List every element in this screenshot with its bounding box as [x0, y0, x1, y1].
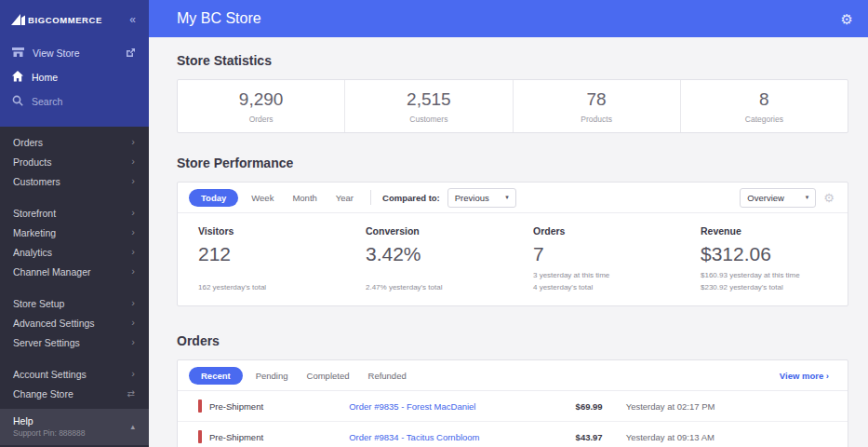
sidebar-item-change-store[interactable]: Change Store⇄	[0, 384, 149, 403]
sidebar-item-products[interactable]: Products›	[0, 152, 149, 171]
bigcommerce-logo[interactable]: BIGCOMMERCE	[11, 14, 102, 25]
orders-toolbar: Recent Pending Completed Refunded View m…	[178, 360, 848, 391]
stat-label: Orders	[249, 115, 274, 124]
metric-value: $312.06	[701, 243, 848, 265]
metric-value: 3.42%	[366, 243, 513, 265]
orders-section-title: Orders	[177, 333, 848, 348]
view-more-link[interactable]: View more ›	[780, 371, 829, 381]
tab-refunded[interactable]: Refunded	[363, 367, 412, 385]
settings-gear-icon[interactable]: ⚙︎	[841, 12, 853, 26]
view-select[interactable]: Overview ▾	[740, 188, 816, 208]
change-store-icon: ⇄	[127, 388, 135, 399]
order-amount: $43.97	[576, 432, 626, 442]
metric-visitors: Visitors 212 162 yesterday's total	[178, 225, 345, 293]
tab-week[interactable]: Week	[246, 189, 279, 207]
sidebar-item-label: Analytics	[13, 247, 52, 258]
performance-metrics: Visitors 212 162 yesterday's total Conve…	[178, 213, 848, 305]
stat-products[interactable]: 78 Products	[514, 80, 681, 132]
chevron-right-icon: ›	[131, 156, 135, 167]
sidebar-item-label: Change Store	[13, 388, 73, 400]
nav-group-channels: Storefront› Marketing› Analytics› Channe…	[0, 203, 149, 281]
sidebar-collapse-button[interactable]: «	[129, 13, 136, 26]
stat-customers[interactable]: 2,515 Customers	[345, 80, 513, 132]
tab-completed[interactable]: Completed	[301, 367, 355, 385]
chevron-right-icon: ›	[131, 266, 135, 277]
sidebar-item-label: Advanced Settings	[13, 318, 95, 329]
store-title: My BC Store	[177, 10, 261, 27]
metric-label: Orders	[533, 225, 680, 237]
sidebar-item-channel-manager[interactable]: Channel Manager›	[0, 262, 149, 281]
tab-recent[interactable]: Recent	[189, 367, 243, 385]
tab-today[interactable]: Today	[189, 189, 238, 207]
view-value: Overview	[747, 193, 784, 203]
sidebar-item-label: Storefront	[13, 208, 56, 219]
metric-note: 2.47% yesterday's total	[366, 281, 513, 293]
stat-value: 8	[759, 89, 769, 110]
order-time: Yesterday at 09:13 AM	[626, 432, 827, 442]
logo-text: BIGCOMMERCE	[28, 15, 102, 25]
chevron-right-icon: ›	[131, 208, 135, 218]
orders-card: Recent Pending Completed Refunded View m…	[177, 359, 848, 447]
sidebar-item-orders[interactable]: Orders›	[0, 132, 149, 152]
sidebar-item-label: Products	[13, 156, 51, 168]
table-row[interactable]: Pre-Shipment Order #9835 - Forest MacDan…	[178, 391, 848, 422]
sidebar-item-server-settings[interactable]: Server Settings›	[0, 332, 149, 352]
chevron-right-icon: ›	[131, 337, 135, 347]
tab-month[interactable]: Month	[287, 189, 322, 207]
sidebar: BIGCOMMERCE « View Store Home Search Ord…	[0, 0, 149, 447]
sidebar-item-label: Marketing	[13, 227, 56, 238]
sidebar-item-label: Orders	[13, 137, 43, 148]
search-icon	[12, 95, 23, 108]
nav-group-catalog: Orders› Products› Customers›	[0, 132, 149, 191]
status-indicator	[198, 430, 202, 443]
performance-section-title: Store Performance	[177, 156, 848, 170]
sidebar-item-label: Account Settings	[13, 369, 87, 380]
tab-pending[interactable]: Pending	[250, 367, 294, 385]
sidebar-item-label: Search	[32, 96, 136, 107]
sidebar-item-store-setup[interactable]: Store Setup›	[0, 293, 149, 313]
stat-orders[interactable]: 9,290 Orders	[178, 80, 345, 132]
main-content: Store Statistics 9,290 Orders 2,515 Cust…	[149, 37, 868, 447]
order-amount: $69.99	[576, 401, 626, 412]
stat-label: Categories	[745, 115, 783, 124]
sidebar-item-view-store[interactable]: View Store	[0, 41, 149, 65]
metric-label: Visitors	[198, 225, 345, 237]
order-time: Yesterday at 02:17 PM	[626, 401, 827, 412]
metric-label: Revenue	[701, 225, 848, 237]
compared-to-select[interactable]: Previous ▾	[447, 188, 516, 208]
sidebar-item-search[interactable]: Search	[0, 89, 149, 114]
order-status: Pre-Shipment	[198, 400, 349, 413]
status-label: Pre-Shipment	[209, 401, 263, 412]
sidebar-item-label: View Store	[33, 47, 117, 59]
sidebar-item-marketing[interactable]: Marketing›	[0, 223, 149, 242]
sidebar-item-analytics[interactable]: Analytics›	[0, 242, 149, 262]
stat-categories[interactable]: 8 Categories	[681, 80, 848, 132]
sidebar-item-home[interactable]: Home	[0, 65, 149, 89]
metric-notes: 162 yesterday's total	[198, 281, 345, 293]
chevron-up-icon: ▴	[130, 422, 135, 431]
chevron-right-icon: ›	[131, 137, 135, 147]
support-pin: Support Pin: 888888	[13, 428, 86, 438]
stats-section-title: Store Statistics	[177, 53, 848, 68]
order-link[interactable]: Order #9835 - Forest MacDaniel	[349, 401, 575, 412]
metric-notes: 2.47% yesterday's total	[366, 281, 513, 293]
nav-group-settings: Store Setup› Advanced Settings› Server S…	[0, 293, 149, 352]
chevron-right-icon: ›	[131, 176, 135, 186]
sidebar-help[interactable]: Help Support Pin: 888888 ▴	[0, 409, 149, 445]
sidebar-item-storefront[interactable]: Storefront›	[0, 203, 149, 223]
sidebar-item-label: Home	[32, 72, 136, 83]
stat-value: 2,515	[407, 89, 451, 110]
toolbar-divider	[370, 190, 371, 205]
sidebar-item-advanced-settings[interactable]: Advanced Settings›	[0, 313, 149, 332]
stat-value: 9,290	[239, 89, 284, 110]
order-link[interactable]: Order #9834 - Tacitus Cornbloom	[349, 432, 575, 442]
help-text: Help Support Pin: 888888	[13, 415, 86, 438]
table-row[interactable]: Pre-Shipment Order #9834 - Tacitus Cornb…	[178, 422, 848, 447]
performance-gear-icon[interactable]: ⚙︎	[823, 191, 835, 205]
metric-orders: Orders 7 3 yesterday at this time 4 yest…	[513, 225, 680, 293]
sidebar-item-account-settings[interactable]: Account Settings›	[0, 364, 149, 384]
order-status: Pre-Shipment	[198, 430, 349, 443]
sidebar-header: BIGCOMMERCE « View Store Home Search	[0, 0, 149, 127]
tab-year[interactable]: Year	[330, 189, 359, 207]
sidebar-item-customers[interactable]: Customers›	[0, 171, 149, 191]
